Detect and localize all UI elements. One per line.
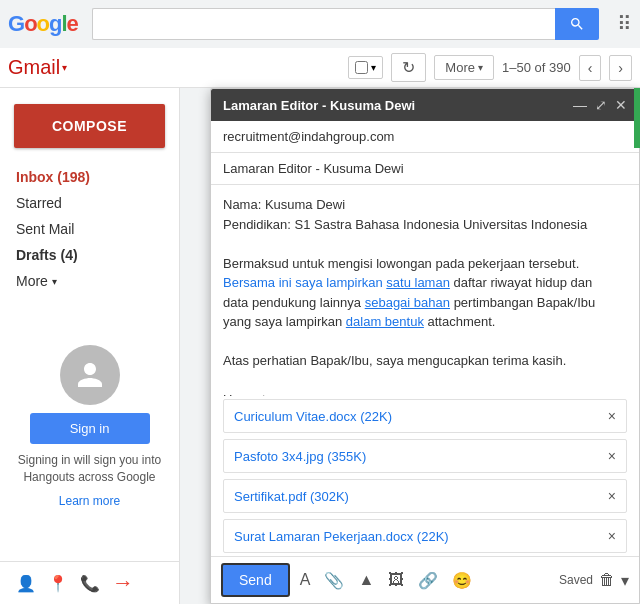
attachment-4: Surat Lamaran Pekerjaan.docx (22K) × (223, 519, 627, 553)
attachment-3-close[interactable]: × (608, 488, 616, 504)
compose-modal-title: Lamaran Editor - Kusuma Dewi (223, 98, 415, 113)
compose-body[interactable]: Nama: Kusuma Dewi Pendidikan: S1 Sastra … (211, 185, 639, 396)
more-arrow-sidebar: ▾ (52, 276, 57, 287)
avatar (60, 345, 120, 405)
sidebar-item-sent[interactable]: Sent Mail (0, 216, 179, 242)
body-line-2: Pendidikan: S1 Sastra Bahasa Indonesia U… (223, 215, 627, 235)
drive-icon[interactable]: ▲ (354, 569, 378, 591)
format-text-icon[interactable]: A (296, 569, 315, 591)
expand-icon[interactable]: ⤢ (595, 97, 607, 113)
sign-in-button[interactable]: Sign in (30, 413, 150, 444)
sent-label: Sent Mail (16, 221, 74, 237)
body-line-7: yang saya lampirkan dalam bentuk attachm… (223, 312, 627, 332)
search-input[interactable] (92, 8, 555, 40)
sidebar: COMPOSE Inbox (198) Starred Sent Mail Dr… (0, 88, 180, 604)
hangouts-section: Sign in Signing in will sign you into Ha… (0, 329, 179, 524)
sidebar-item-more[interactable]: More ▾ (0, 268, 179, 294)
body-line-1: Nama: Kusuma Dewi (223, 195, 627, 215)
link-saya: Bersama ini saya lampirkan (223, 275, 383, 290)
compose-header-icons: — ⤢ ✕ (573, 97, 627, 113)
sign-in-text: Signing in will sign you into Hangouts a… (16, 452, 163, 486)
phone-icon[interactable]: 📞 (80, 574, 100, 593)
select-checkbox[interactable]: ▾ (348, 56, 383, 79)
grid-icon[interactable]: ⠿ (617, 12, 632, 36)
compose-toolbar: Send A 📎 ▲ 🖼 🔗 😊 Saved 🗑 ▾ (211, 556, 639, 603)
location-icon[interactable]: 📍 (48, 574, 68, 593)
link-sebagai: sebagai bahan (365, 295, 450, 310)
inbox-label: Inbox (16, 169, 53, 185)
close-icon[interactable]: ✕ (615, 97, 627, 113)
attachment-3-name[interactable]: Sertifikat.pdf (302K) (234, 489, 349, 504)
more-options-icon[interactable]: ▾ (621, 571, 629, 590)
attachment-2: Pasfoto 3x4.jpg (355K) × (223, 439, 627, 473)
link-icon[interactable]: 🔗 (414, 569, 442, 592)
attachment-4-close[interactable]: × (608, 528, 616, 544)
link-laman: satu laman (386, 275, 450, 290)
send-button[interactable]: Send (221, 563, 290, 597)
compose-button[interactable]: COMPOSE (14, 104, 165, 148)
body-line-5: Bersama ini saya lampirkan satu laman da… (223, 273, 627, 293)
main-layout: COMPOSE Inbox (198) Starred Sent Mail Dr… (0, 88, 640, 604)
green-bar (634, 88, 640, 148)
refresh-button[interactable]: ↻ (391, 53, 426, 82)
checkbox-input[interactable] (355, 61, 368, 74)
sidebar-item-inbox[interactable]: Inbox (198) (0, 164, 179, 190)
sidebar-bottom-icons: 👤 📍 📞 → (0, 561, 179, 604)
page-info: 1–50 of 390 (502, 60, 571, 75)
attachment-1-close[interactable]: × (608, 408, 616, 424)
next-page-button[interactable]: › (609, 55, 632, 81)
prev-page-button[interactable]: ‹ (579, 55, 602, 81)
attachment-1-name[interactable]: Curiculum Vitae.docx (22K) (234, 409, 392, 424)
more-arrow: ▾ (478, 62, 483, 73)
top-bar: Google ⠿ (0, 0, 640, 48)
arrow-right-icon: → (112, 570, 134, 596)
link-dalam: dalam bentuk (346, 314, 424, 329)
more-button[interactable]: More ▾ (434, 55, 494, 80)
attachment-4-name[interactable]: Surat Lamaran Pekerjaan.docx (22K) (234, 529, 449, 544)
saved-text: Saved (559, 573, 593, 587)
drafts-label: Drafts (16, 247, 56, 263)
body-line-4: Bermaksud untuk mengisi lowongan pada pe… (223, 254, 627, 274)
body-line-6: data pendukung lainnya sebagai bahan per… (223, 293, 627, 313)
compose-modal: Lamaran Editor - Kusuma Dewi — ⤢ ✕ recru… (210, 88, 640, 604)
gmail-label[interactable]: Gmail ▾ (8, 56, 67, 79)
second-bar: Gmail ▾ ▾ ↻ More ▾ 1–50 of 390 ‹ › (0, 48, 640, 88)
body-line-11: Hormat saya, (223, 390, 627, 396)
attachment-1: Curiculum Vitae.docx (22K) × (223, 399, 627, 433)
minimize-icon[interactable]: — (573, 97, 587, 113)
attachment-3: Sertifikat.pdf (302K) × (223, 479, 627, 513)
starred-label: Starred (16, 195, 62, 211)
search-bar (92, 8, 599, 40)
attach-icon[interactable]: 📎 (320, 569, 348, 592)
more-label: More (16, 273, 48, 289)
attachment-2-close[interactable]: × (608, 448, 616, 464)
photo-icon[interactable]: 🖼 (384, 569, 408, 591)
emoji-icon[interactable]: 😊 (448, 569, 476, 592)
delete-icon[interactable]: 🗑 (599, 571, 615, 589)
compose-header: Lamaran Editor - Kusuma Dewi — ⤢ ✕ (211, 89, 639, 121)
learn-more-link[interactable]: Learn more (59, 494, 120, 508)
inbox-count: (198) (57, 169, 90, 185)
person-icon[interactable]: 👤 (16, 574, 36, 593)
content-area: Lamaran Editor - Kusuma Dewi — ⤢ ✕ recru… (180, 88, 640, 604)
drafts-count: (4) (60, 247, 77, 263)
compose-subject-field[interactable]: Lamaran Editor - Kusuma Dewi (211, 153, 639, 185)
body-line-9: Atas perhatian Bapak/Ibu, saya mengucapk… (223, 351, 627, 371)
search-button[interactable] (555, 8, 599, 40)
gmail-dropdown-arrow: ▾ (62, 62, 67, 73)
google-logo: Google (8, 11, 78, 37)
checkbox-arrow: ▾ (371, 62, 376, 73)
sidebar-item-starred[interactable]: Starred (0, 190, 179, 216)
sidebar-item-drafts[interactable]: Drafts (4) (0, 242, 179, 268)
compose-to-field[interactable]: recruitment@indahgroup.com (211, 121, 639, 153)
attachment-2-name[interactable]: Pasfoto 3x4.jpg (355K) (234, 449, 366, 464)
